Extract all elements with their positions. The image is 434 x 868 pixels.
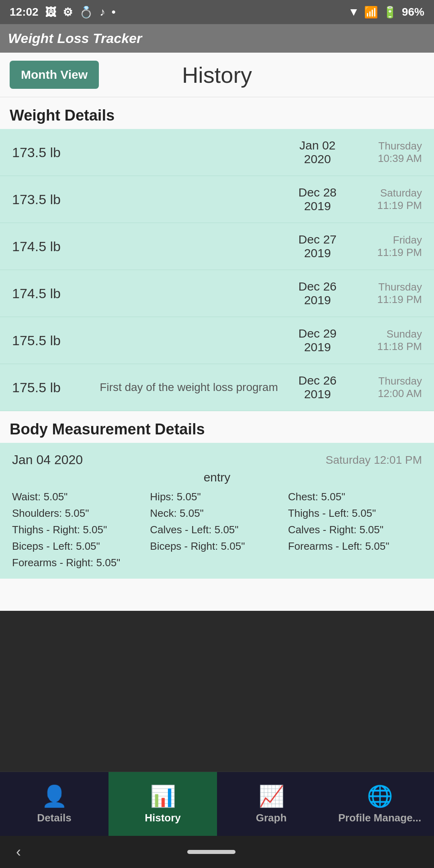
weight-day-time: Thursday 12:00 AM — [358, 375, 422, 400]
weight-time: 11:19 PM — [358, 246, 422, 259]
profile-icon: 🌐 — [367, 784, 393, 809]
tiktok-icon: ♪ — [100, 6, 105, 18]
body-measurement-header: Body Measurement Details — [0, 411, 434, 443]
weight-day-time: Thursday 10:39 AM — [358, 140, 422, 165]
measurement-item: Chest: 5.05" — [288, 491, 422, 503]
weight-value: 175.5 lb — [12, 380, 92, 395]
weight-date-block: Dec 272019 — [285, 233, 350, 260]
weight-note: First day of the weight loss program — [92, 381, 285, 394]
dark-separator — [0, 611, 434, 772]
weight-time: 10:39 AM — [358, 152, 422, 165]
weight-date-block: Dec 292019 — [285, 327, 350, 354]
ring-icon: 💍 — [79, 6, 93, 19]
battery-icon: 🔋 — [383, 6, 397, 19]
weight-value: 174.5 lb — [12, 286, 92, 301]
measurement-item: Biceps - Right: 5.05" — [150, 540, 284, 553]
main-content: Weight Details 173.5 lb Jan 022020 Thurs… — [0, 97, 434, 611]
weight-date-block: Dec 282019 — [285, 186, 350, 213]
measurement-dates-row: Jan 04 2020 Saturday 12:01 PM — [12, 452, 422, 467]
measurement-item — [288, 557, 422, 569]
weight-entry[interactable]: 175.5 lb First day of the weight loss pr… — [0, 364, 434, 411]
weight-entry[interactable]: 175.5 lb Dec 292019 Sunday 11:18 PM — [0, 317, 434, 364]
weight-entry[interactable]: 174.5 lb Dec 262019 Thursday 11:19 PM — [0, 270, 434, 317]
dot-icon: • — [112, 6, 116, 18]
nav-item-graph[interactable]: 📈 Graph — [217, 772, 326, 836]
weight-day: Saturday — [358, 187, 422, 199]
weight-date: Dec 292019 — [298, 327, 336, 354]
app-title-bar: Weight Loss Tracker — [0, 24, 434, 53]
measurement-item: Calves - Left: 5.05" — [150, 524, 284, 536]
weight-value: 175.5 lb — [12, 333, 92, 348]
status-bar: 12:02 🖼 ⚙ 💍 ♪ • ▼ 📶 🔋 96% — [0, 0, 434, 24]
measurement-date: Jan 04 2020 — [12, 452, 83, 467]
status-bar-right: ▼ 📶 🔋 96% — [348, 6, 424, 19]
page-header: Month View History — [0, 53, 434, 97]
measurement-entry-label: entry — [12, 471, 422, 484]
weight-date: Dec 272019 — [298, 233, 336, 260]
time: 12:02 — [10, 6, 39, 18]
measurement-grid: Waist: 5.05"Hips: 5.05"Chest: 5.05"Shoul… — [12, 491, 422, 569]
weight-date-block: Jan 022020 — [285, 139, 350, 166]
weight-entry[interactable]: 173.5 lb Jan 022020 Thursday 10:39 AM — [0, 129, 434, 176]
measurement-item: Hips: 5.05" — [150, 491, 284, 503]
weight-date: Jan 022020 — [299, 139, 336, 166]
weight-value: 173.5 lb — [12, 145, 92, 160]
measurement-time: Saturday 12:01 PM — [326, 454, 422, 467]
nav-item-profile[interactable]: 🌐 Profile Manage... — [326, 772, 434, 836]
measurement-item: Thighs - Left: 5.05" — [288, 507, 422, 520]
measurement-item: Forearms - Left: 5.05" — [288, 540, 422, 553]
photo-icon: 🖼 — [45, 6, 56, 19]
weight-day: Thursday — [358, 140, 422, 152]
weight-time: 11:19 PM — [358, 293, 422, 306]
measurement-item: Thighs - Right: 5.05" — [12, 524, 146, 536]
weight-section-header: Weight Details — [0, 97, 434, 129]
weight-day-time: Friday 11:19 PM — [358, 234, 422, 259]
nav-item-history[interactable]: 📊 History — [108, 772, 217, 836]
page-title: History — [182, 62, 252, 88]
app-title: Weight Loss Tracker — [8, 31, 142, 46]
weight-day: Thursday — [358, 375, 422, 387]
measurement-item: Shoulders: 5.05" — [12, 507, 146, 520]
wifi-icon: ▼ — [348, 6, 359, 18]
weight-day: Friday — [358, 234, 422, 246]
signal-icon: 📶 — [364, 6, 378, 19]
weight-date: Dec 282019 — [298, 186, 336, 213]
measurement-item: Calves - Right: 5.05" — [288, 524, 422, 536]
weight-day-time: Sunday 11:18 PM — [358, 328, 422, 353]
status-bar-left: 12:02 🖼 ⚙ 💍 ♪ • — [10, 6, 115, 19]
weight-value: 174.5 lb — [12, 239, 92, 254]
month-view-button[interactable]: Month View — [10, 61, 99, 89]
weight-entries-list: 173.5 lb Jan 022020 Thursday 10:39 AM 17… — [0, 129, 434, 411]
weight-time: 11:19 PM — [358, 199, 422, 212]
weight-day: Thursday — [358, 281, 422, 293]
battery-level: 96% — [402, 6, 424, 18]
details-icon: 👤 — [41, 784, 68, 809]
weight-date: Dec 262019 — [298, 374, 336, 401]
weight-date: Dec 262019 — [298, 280, 336, 307]
weight-value: 173.5 lb — [12, 192, 92, 207]
weight-day: Sunday — [358, 328, 422, 340]
weight-date-block: Dec 262019 — [285, 374, 350, 401]
measurement-item: Neck: 5.05" — [150, 507, 284, 520]
weight-time: 12:00 AM — [358, 387, 422, 400]
weight-entry[interactable]: 174.5 lb Dec 272019 Friday 11:19 PM — [0, 223, 434, 270]
measurement-entry: Jan 04 2020 Saturday 12:01 PM entry Wais… — [0, 443, 434, 579]
weight-date-block: Dec 262019 — [285, 280, 350, 307]
weight-day-time: Saturday 11:19 PM — [358, 187, 422, 212]
weight-day-time: Thursday 11:19 PM — [358, 281, 422, 306]
measurement-item: Forearms - Right: 5.05" — [12, 557, 146, 569]
weight-entry[interactable]: 173.5 lb Dec 282019 Saturday 11:19 PM — [0, 176, 434, 223]
settings-icon: ⚙ — [63, 6, 73, 19]
measurement-item: Biceps - Left: 5.05" — [12, 540, 146, 553]
graph-icon: 📈 — [258, 784, 285, 809]
home-pill[interactable] — [187, 850, 235, 854]
history-icon: 📊 — [150, 784, 176, 809]
weight-time: 11:18 PM — [358, 340, 422, 353]
system-nav-bar: ‹ — [0, 836, 434, 868]
back-button[interactable]: ‹ — [16, 843, 21, 860]
bottom-nav: 👤 Details 📊 History 📈 Graph 🌐 Profile Ma… — [0, 772, 434, 836]
measurement-item: Waist: 5.05" — [12, 491, 146, 503]
measurement-item — [150, 557, 284, 569]
nav-item-details[interactable]: 👤 Details — [0, 772, 108, 836]
